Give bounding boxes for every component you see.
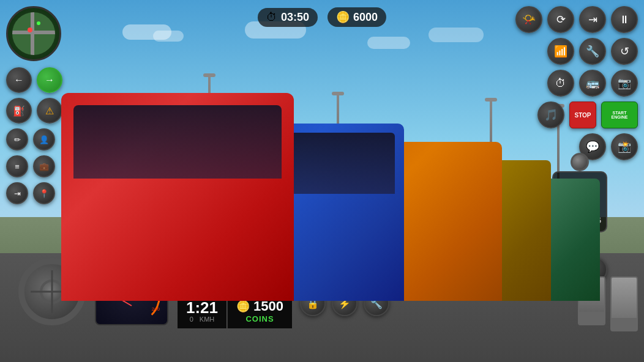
briefcase-icon: 💼 (39, 162, 49, 171)
start-engine-button[interactable]: STARTENGINE (601, 102, 638, 128)
music-button[interactable]: 🎵 (537, 102, 564, 128)
pencil-button[interactable]: ✏ (6, 128, 28, 150)
cloud-3 (245, 21, 306, 39)
music-icon: 🎵 (544, 108, 558, 122)
bus-icon: 🚌 (586, 76, 599, 90)
forward-button[interactable]: → (37, 67, 62, 93)
wrench-button[interactable]: 🔧 (579, 38, 606, 65)
location-button[interactable]: 📍 (33, 182, 55, 204)
stop-label: STOP (574, 112, 591, 119)
wrench-icon: 🔧 (586, 45, 599, 58)
briefcase-button[interactable]: 💼 (33, 155, 55, 177)
warning-button[interactable]: ⚠ (37, 98, 62, 124)
start-engine-label: STARTENGINE (612, 111, 628, 119)
location-icon: 📍 (39, 189, 49, 198)
wiper-button[interactable]: ⟳ (547, 6, 574, 33)
cloud-5 (429, 28, 484, 42)
photo-icon: 📸 (618, 140, 631, 153)
stop-button[interactable]: STOP (569, 102, 596, 128)
cloud-2 (153, 31, 184, 42)
fuel-icon: ⛽ (13, 105, 25, 117)
enter-icon: ⇥ (14, 189, 21, 198)
speedo-button[interactable]: ⏱ (547, 70, 574, 97)
wiper-icon: ⟳ (556, 13, 566, 26)
horn-button[interactable]: 📯 (515, 6, 542, 33)
cloud-4 (367, 37, 410, 49)
speedo-icon: ⏱ (555, 77, 566, 90)
camera-icon: 📷 (618, 76, 631, 90)
person-button[interactable]: 👤 (33, 128, 55, 150)
back-button[interactable]: ← (6, 67, 32, 93)
back-icon: ← (14, 75, 24, 86)
refresh-button[interactable]: ↺ (611, 38, 638, 65)
pause-icon: ⏸ (619, 13, 630, 26)
buses-scene (61, 68, 613, 301)
list-icon: ≡ (15, 162, 20, 171)
wifi-icon: 📶 (554, 45, 567, 58)
chat-icon: 💬 (586, 140, 599, 153)
forward-icon: → (45, 75, 54, 86)
exit-icon: ⇥ (588, 13, 597, 26)
bus-red (61, 93, 294, 301)
enter-button[interactable]: ⇥ (6, 182, 28, 204)
pause-button[interactable]: ⏸ (611, 6, 638, 33)
refresh-icon: ↺ (620, 45, 629, 58)
wifi-button[interactable]: 📶 (547, 38, 574, 65)
photo-button[interactable]: 📸 (611, 133, 638, 160)
chat-button[interactable]: 💬 (579, 133, 606, 160)
camera-button[interactable]: 📷 (611, 70, 638, 97)
person-icon: 👤 (39, 135, 49, 144)
exit-button[interactable]: ⇥ (579, 6, 606, 33)
horn-icon: 📯 (522, 13, 536, 26)
fuel-button[interactable]: ⛽ (6, 98, 32, 124)
pencil-icon: ✏ (14, 135, 21, 144)
bus-icon-button[interactable]: 🚌 (579, 70, 606, 97)
list-button[interactable]: ≡ (6, 155, 28, 177)
warning-icon: ⚠ (45, 105, 54, 117)
